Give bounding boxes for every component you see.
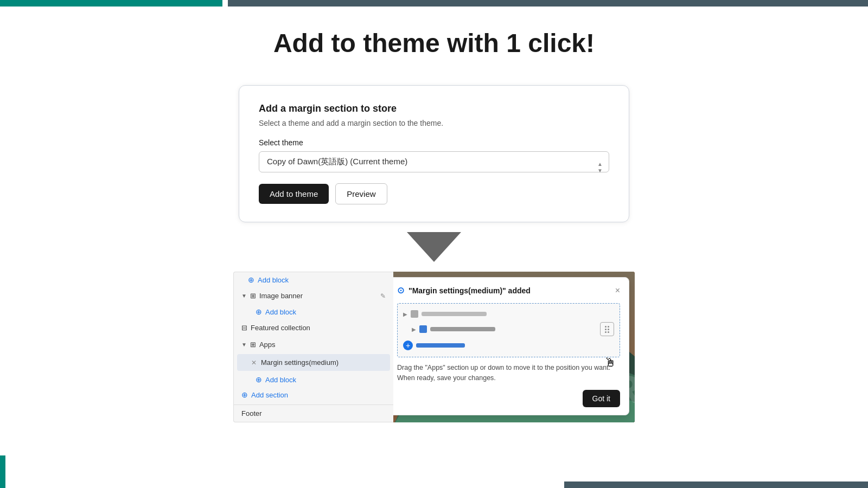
- got-it-button[interactable]: Got it: [583, 390, 620, 407]
- toast-header: ⊙ "Margin settings(medium)" added ×: [397, 285, 620, 296]
- apps-label: Apps: [259, 341, 276, 349]
- add-block-top-label: Add block: [258, 276, 289, 284]
- lower-section: ⊕ Add block ▼ ⊞ Image banner ✎ ⊕ Add blo…: [233, 272, 635, 422]
- edit-icon: ✎: [380, 292, 386, 300]
- theme-select-input[interactable]: [259, 151, 609, 172]
- toast-title-text: "Margin settings(medium)" added: [409, 286, 531, 295]
- upper-card: Add a margin section to store Select a t…: [239, 85, 629, 222]
- image-banner-label: Image banner: [259, 292, 303, 300]
- featured-collection-icon: ⊟: [241, 324, 247, 332]
- card-title: Add a margin section to store: [259, 103, 609, 114]
- check-circle-icon: ⊙: [397, 285, 404, 296]
- mini-plus-icon: +: [403, 341, 413, 350]
- plus-circle-icon-3: ⊕: [256, 375, 262, 384]
- mini-bar-2: [430, 327, 495, 331]
- editor-panel: ⊕ Add block ▼ ⊞ Image banner ✎ ⊕ Add blo…: [233, 272, 393, 422]
- plus-circle-icon: ⊕: [248, 275, 254, 284]
- add-to-theme-button[interactable]: Add to theme: [259, 184, 329, 204]
- featured-collection-label: Featured collection: [251, 324, 310, 332]
- image-banner-header[interactable]: ▼ ⊞ Image banner ✎: [234, 287, 393, 304]
- mini-row-1: ▶: [402, 308, 615, 320]
- mini-bar-1: [422, 312, 487, 316]
- margin-settings-label: Margin settings(medium): [261, 358, 339, 367]
- toast-footer: Got it: [397, 390, 620, 407]
- mini-row-2: ▶: [402, 320, 615, 338]
- plus-circle-icon-2: ⊕: [256, 307, 262, 316]
- toast-body-text: Drag the "Apps" section up or down to mo…: [397, 363, 620, 383]
- x-icon: ✕: [251, 359, 257, 367]
- image-banner-icon: ⊞: [250, 292, 256, 300]
- toast-close-button[interactable]: ×: [615, 286, 620, 295]
- preview-panel: UR ⊙ "Margin settings(medium)" added × ▶: [393, 272, 635, 422]
- add-section-link[interactable]: ⊕ Add section: [234, 387, 393, 402]
- chevron-down-icon: ▼: [241, 293, 247, 299]
- add-block-image-label: Add block: [265, 308, 296, 316]
- add-section-label: Add section: [251, 391, 288, 399]
- mini-editor: ▶ ▶: [397, 303, 620, 357]
- mini-blue-bar: [416, 343, 465, 348]
- main-content: Add to theme with 1 click! Add a margin …: [0, 7, 868, 488]
- add-block-apps-label: Add block: [265, 376, 296, 384]
- mini-chevron-right-icon: ▶: [403, 311, 407, 317]
- add-block-image-banner[interactable]: ⊕ Add block: [234, 304, 393, 319]
- margin-settings-item[interactable]: ✕ Margin settings(medium): [237, 354, 390, 371]
- preview-button[interactable]: Preview: [335, 183, 387, 204]
- toast-title: ⊙ "Margin settings(medium)" added: [397, 285, 531, 296]
- card-subtitle: Select a theme and add a margin section …: [259, 119, 609, 127]
- arrow-down-icon: [407, 232, 461, 262]
- top-bar-right: [228, 0, 868, 7]
- apps-header[interactable]: ▼ ⊞ Apps: [234, 336, 393, 353]
- toast-notification: ⊙ "Margin settings(medium)" added × ▶: [393, 277, 629, 415]
- theme-select-wrapper: ▲ ▼: [259, 151, 609, 183]
- mini-drag-handle[interactable]: [600, 322, 614, 336]
- mini-add-row: +: [402, 338, 615, 352]
- add-block-top[interactable]: ⊕ Add block: [234, 272, 393, 287]
- button-row: Add to theme Preview: [259, 183, 609, 204]
- chevron-down-icon-2: ▼: [241, 342, 247, 348]
- mini-drag-dots: [605, 326, 609, 333]
- apps-icon: ⊞: [250, 341, 256, 349]
- cursor-icon: 🖱: [604, 356, 616, 370]
- page-title: Add to theme with 1 click!: [273, 28, 595, 58]
- featured-collection-item[interactable]: ⊟ Featured collection: [234, 319, 393, 336]
- top-bar-left: [0, 0, 222, 7]
- mini-active-icon: [419, 325, 427, 333]
- plus-circle-icon-4: ⊕: [241, 390, 248, 399]
- mini-chevron-right-icon-2: ▶: [412, 326, 416, 332]
- footer-label: Footer: [234, 404, 393, 422]
- select-theme-label: Select theme: [259, 138, 609, 147]
- add-block-apps[interactable]: ⊕ Add block: [234, 372, 393, 387]
- mini-section-icon: [411, 310, 418, 318]
